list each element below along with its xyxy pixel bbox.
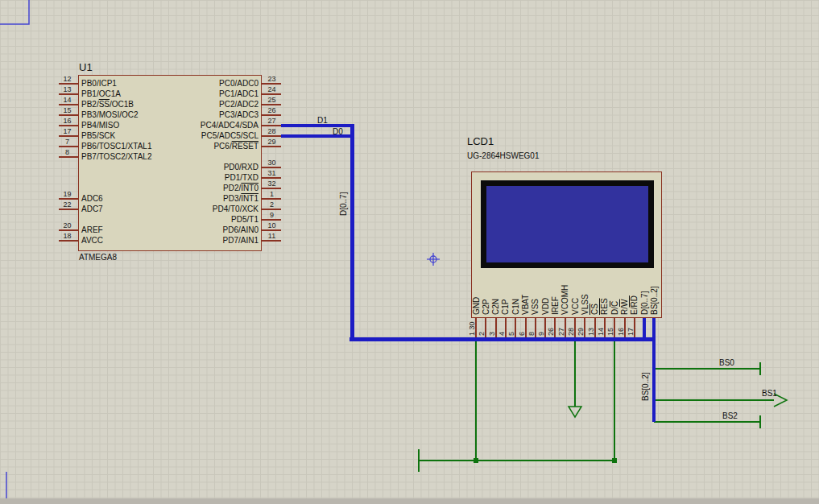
u1-pin-name: PB1/OC1A	[81, 89, 121, 98]
u1-pin-number: 30	[261, 159, 283, 167]
u1-pin-name: PC4/ADC4/SDA	[153, 121, 259, 130]
u1-pin-stub[interactable]	[262, 93, 281, 95]
bus-label-bs0-2[interactable]: BS[0..2]	[641, 372, 650, 401]
u1-pin-stub[interactable]	[262, 198, 281, 200]
lcd-pin-number: 16	[617, 328, 625, 336]
u1-pin-name: PC6/RESET	[153, 142, 259, 151]
u1-pin-name: PD7/AIN1	[153, 236, 259, 245]
u1-pin-number: 22	[56, 200, 78, 209]
lcd-pin-name: C2N	[491, 299, 500, 315]
u1-pin-number: 23	[261, 75, 283, 83]
lcd-pin-name: VSS	[531, 299, 540, 315]
lcd-pin-name: GND	[472, 297, 481, 315]
u1-pin-number: 2	[261, 200, 283, 209]
u1-pin-name: PB2/SS/OC1B	[81, 100, 134, 109]
u1-pin-stub[interactable]	[59, 114, 78, 116]
u1-pin-name: AVCC	[81, 236, 103, 245]
u1-pin-stub[interactable]	[59, 240, 78, 242]
u1-pin-stub[interactable]	[262, 135, 281, 137]
lcd-pin-number: 2	[478, 332, 486, 336]
u1-pin-stub[interactable]	[59, 156, 78, 158]
ground-symbol[interactable]	[569, 407, 581, 417]
net-label-bs2[interactable]: BS2	[722, 411, 738, 420]
u1-pin-number: 15	[56, 106, 78, 114]
lcd-pin-number: 15	[606, 328, 614, 336]
u1-pin-number: 1	[261, 190, 283, 198]
u1-pin-stub[interactable]	[59, 146, 78, 147]
lcd-pin-name: VCOMH	[560, 285, 569, 315]
lcd-pin-name: D/C	[610, 301, 619, 315]
u1-pin-number: 14	[56, 96, 78, 104]
u1-pin-name: PB0/ICP1	[81, 79, 117, 88]
u1-pin-name: PB5/SCK	[81, 131, 115, 140]
lcd-pin-name: CS	[590, 304, 599, 315]
schematic-canvas[interactable]: U1 ATMEGA8 LCD1 UG-2864HSWEG01	[0, 0, 819, 504]
u1-pin-stub[interactable]	[262, 229, 281, 231]
u1-pin-stub[interactable]	[262, 104, 281, 105]
lcd-pin-name: VLSS	[581, 294, 589, 315]
u1-pin-stub[interactable]	[262, 209, 281, 210]
u1-pin-stub[interactable]	[262, 219, 281, 221]
junction-dot	[474, 458, 478, 463]
u1-pin-number: 24	[261, 85, 283, 93]
u1-pin-number: 17	[56, 127, 78, 135]
u1-pin-number: 7	[56, 138, 78, 146]
u1-pin-stub[interactable]	[59, 209, 78, 210]
u1-pin-number: 27	[261, 117, 283, 125]
lcd-pin-name: VCC	[571, 298, 580, 315]
u1-pin-number: 18	[56, 232, 78, 240]
u1-pin-name: PB6/TOSC1/XTAL1	[81, 142, 151, 151]
lcd-pin-number: 9	[537, 332, 545, 336]
u1-pin-number: 10	[261, 221, 283, 229]
u1-pin-number: 8	[56, 148, 78, 156]
u1-pin-name: PD1/TXD	[153, 173, 259, 182]
u1-pin-name: PD4/T0/XCK	[153, 204, 259, 213]
lcd-pin-number: 3	[488, 332, 496, 336]
u1-pin-stub[interactable]	[262, 177, 281, 179]
u1-pin-stub[interactable]	[59, 93, 78, 95]
net-label-d0[interactable]: D0	[333, 127, 343, 136]
u1-pin-stub[interactable]	[262, 146, 281, 147]
lcd-pin-number: 13	[587, 328, 595, 336]
bus-label-d0-7[interactable]: D[0..7]	[339, 192, 348, 216]
u1-pin-number: 26	[261, 106, 283, 114]
lcd-pin-name: E/RD	[630, 295, 639, 315]
u1-pin-number: 11	[261, 232, 283, 240]
lcd-pin-number: 29	[577, 328, 585, 336]
u1-pin-stub[interactable]	[59, 198, 78, 200]
u1-pin-name: PC3/ADC3	[153, 110, 259, 119]
net-label-bs1[interactable]: BS1	[762, 389, 777, 398]
u1-pin-stub[interactable]	[59, 104, 78, 105]
u1-pin-stub[interactable]	[59, 135, 78, 137]
u1-pin-number: 28	[261, 127, 283, 135]
u1-pin-stub[interactable]	[59, 125, 78, 126]
u1-pin-number: 19	[56, 190, 78, 198]
lcd-pin-number: 4	[498, 332, 506, 336]
u1-pin-name: PC2/ADC2	[153, 100, 259, 109]
u1-pin-stub[interactable]	[262, 83, 281, 85]
u1-pin-stub[interactable]	[59, 83, 78, 85]
u1-pin-name: PB7/TOSC2/XTAL2	[81, 152, 151, 161]
lcd-pin-name: C2P	[482, 300, 490, 315]
u1-pin-stub[interactable]	[262, 167, 281, 168]
lcd-pin-number: 8	[527, 332, 536, 336]
lcd-pin-number: 26	[547, 328, 555, 336]
lcd-pin-name: IREF	[551, 296, 560, 315]
lcd-pin-name: D[0..7]	[640, 291, 649, 315]
u1-pin-stub[interactable]	[262, 114, 281, 116]
u1-pin-number: 12	[56, 75, 78, 83]
lcd-pin-name: R/W	[620, 300, 629, 315]
u1-pin-number: 29	[261, 138, 283, 146]
net-label-d1[interactable]: D1	[317, 116, 328, 125]
u1-pin-name: PB4/MISO	[81, 121, 119, 130]
u1-pin-name: PC0/ADC0	[153, 79, 259, 88]
lcd-pin-name: BS[0..2]	[650, 286, 659, 315]
u1-pin-stub[interactable]	[59, 229, 78, 231]
net-label-bs0[interactable]: BS0	[719, 358, 734, 367]
u1-pin-stub[interactable]	[262, 125, 281, 126]
u1-pin-name: PC5/ADC5/SCL	[153, 131, 259, 140]
u1-pin-stub[interactable]	[262, 188, 281, 189]
u1-pin-stub[interactable]	[262, 240, 281, 242]
lcd-pin-name: VBAT	[521, 295, 530, 315]
lcd-pin-number: 14	[597, 328, 605, 336]
